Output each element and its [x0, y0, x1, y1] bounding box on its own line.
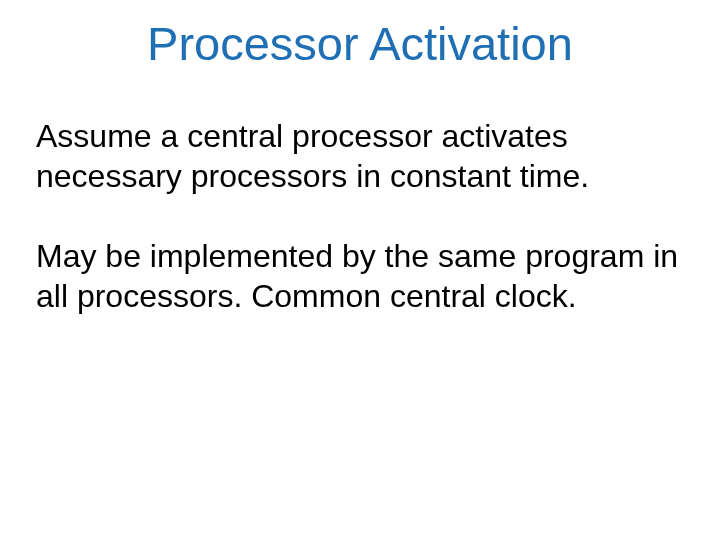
slide-title: Processor Activation — [36, 18, 684, 70]
paragraph-1: Assume a central processor activates nec… — [36, 116, 684, 196]
paragraph-2: May be implemented by the same program i… — [36, 236, 684, 316]
slide: Processor Activation Assume a central pr… — [0, 0, 720, 540]
